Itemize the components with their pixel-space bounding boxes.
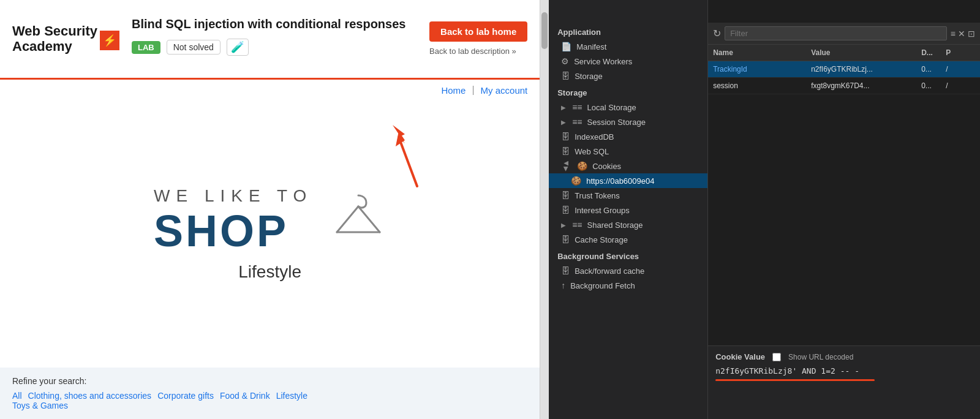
show-url-checkbox[interactable] [772,353,781,361]
cookie-row-tracking[interactable]: TrackingId n2fI6yGTKRibLzj... 0... / [708,61,980,78]
filter-tags: AllClothing, shoes and accessoriesCorpor… [12,391,527,401]
logo-icon: ⚡ [100,31,119,50]
logo-area: Web Security Academy ⚡ [12,24,119,53]
manifest-label: Manifest [576,42,606,51]
hanger-icon [331,189,386,253]
web-sql-label: Web SQL [575,147,609,156]
cookie-table: Name Value D... P TrackingId n2fI6yGTKRi… [708,45,980,345]
cookie-table-header: Name Value D... P [708,45,980,61]
web-sql-icon: 🗄 [561,146,570,156]
lab-badge-row: LAB Not solved 🧪 [132,39,417,56]
trust-tokens-icon: 🗄 [561,191,570,200]
devtools-wrapper: ElementsConsoleSourcesNetworkApplication… [549,0,980,419]
cookies-expand: ▶ [563,161,570,171]
tracking-name: TrackingId [708,64,806,75]
service-workers-label: Service Workers [574,57,632,66]
manifest-icon: 📄 [561,42,571,51]
home-link[interactable]: Home [441,85,466,96]
manifest-item[interactable]: 📄 Manifest [549,39,707,54]
site-nav: Home | My account [0,80,540,100]
refine-area: Refine your search: AllClothing, shoes a… [0,368,540,419]
shared-storage-item[interactable]: ≡≡ Shared Storage [549,217,707,232]
local-storage-icon: ≡≡ [572,102,582,112]
cookie-row-session[interactable]: session fxgt8vgmK67D4... 0... / [708,78,980,94]
tracking-value: n2fI6yGTKRibLzj... [806,64,916,75]
shared-storage-label: Shared Storage [587,221,643,230]
filter-tag[interactable]: Lifestyle [276,391,307,401]
category-label: Lifestyle [238,262,301,282]
service-workers-item[interactable]: ⚙ Service Workers [549,54,707,69]
indexed-db-label: IndexedDB [575,132,614,142]
cookies-label: Cookies [592,162,621,171]
filter-expand-icon[interactable]: ⊡ [968,29,975,39]
session-value: fxgt8vgmK67D4... [806,80,916,91]
session-storage-item[interactable]: ≡≡ Session Storage [549,115,707,129]
application-section-header: Application [549,23,707,39]
trust-tokens-label: Trust Tokens [575,191,620,200]
refine-label: Refine your search: [12,376,527,386]
filter-tag[interactable]: Clothing, shoes and accessories [28,391,152,401]
more-tags: Toys & Games [12,401,527,410]
cookie-value-label: Cookie Value [715,352,765,361]
filter-close-icon[interactable]: ✕ [958,29,965,39]
interest-groups-label: Interest Groups [575,206,630,215]
cookies-url-icon: 🍪 [571,176,581,186]
tracking-d: 0... [916,64,941,75]
refresh-icon[interactable]: ↻ [713,28,721,39]
local-storage-label: Local Storage [587,103,636,112]
back-to-lab-button[interactable]: Back to lab home [429,21,527,42]
cookies-icon: 🍪 [577,161,587,171]
hero-text: WE LIKE TO SHOP [154,186,386,256]
site-header: Web Security Academy ⚡ Blind SQL injecti… [0,0,540,80]
cookies-url-item[interactable]: 🍪 https://0ab6009e04 [549,173,707,188]
indexed-db-icon: 🗄 [561,132,570,142]
devtools-main: ↻ ≡ ✕ ⊡ Name Value D... P TrackingId n2f… [708,0,980,419]
svg-line-0 [337,206,358,232]
we-like-to: WE LIKE TO [154,186,312,206]
shop-word: SHOP [154,206,312,256]
filter-menu-icon[interactable]: ≡ [951,29,956,39]
filter-bar: ↻ ≡ ✕ ⊡ [708,23,980,45]
cache-storage-item[interactable]: 🗄 Cache Storage [549,232,707,247]
devtools-sidebar[interactable]: Application 📄 Manifest ⚙ Service Workers… [549,0,708,419]
lab-info: Blind SQL injection with conditional res… [132,17,417,61]
session-storage-label: Session Storage [587,118,646,127]
storage-item[interactable]: 🗄 Storage [549,69,707,83]
cache-storage-label: Cache Storage [575,235,628,244]
interest-groups-icon: 🗄 [561,205,570,215]
flask-icon: 🧪 [227,39,249,56]
logo-row: Web Security Academy ⚡ [12,24,119,53]
service-workers-icon: ⚙ [561,56,569,66]
trust-tokens-item[interactable]: 🗄 Trust Tokens [549,188,707,203]
background-fetch-label: Background Fetch [570,281,635,290]
cache-storage-icon: 🗄 [561,235,570,244]
filter-input[interactable] [725,26,947,40]
web-sql-item[interactable]: 🗄 Web SQL [549,144,707,159]
back-forward-label: Back/forward cache [575,266,644,276]
shop-text-group: WE LIKE TO SHOP [154,186,312,256]
shared-storage-expand [561,222,566,228]
shared-storage-icon: ≡≡ [572,220,582,230]
back-desc: Back to lab description » [429,47,516,56]
background-fetch-item[interactable]: ↑ Background Fetch [549,278,707,293]
scroll-bar[interactable] [540,0,549,419]
local-storage-expand [561,104,566,111]
interest-groups-item[interactable]: 🗄 Interest Groups [549,203,707,217]
cookies-item[interactable]: ▶ 🍪 Cookies [549,159,707,173]
my-account-link[interactable]: My account [481,85,528,96]
filter-tag[interactable]: Corporate gifts [157,391,214,401]
filter-tag-more[interactable]: Toys & Games [12,401,527,410]
local-storage-item[interactable]: ≡≡ Local Storage [549,100,707,115]
back-forward-cache-item[interactable]: 🗄 Back/forward cache [549,263,707,278]
col-r: P [941,47,959,58]
svg-line-1 [358,206,380,232]
filter-icons: ≡ ✕ ⊡ [951,29,975,39]
filter-tag[interactable]: All [12,391,22,401]
indexed-db-item[interactable]: 🗄 IndexedDB [549,129,707,144]
scroll-thumb [541,12,548,49]
cookies-url-label: https://0ab6009e04 [586,176,654,186]
lab-status: Not solved [167,40,221,55]
filter-tag[interactable]: Food & Drink [220,391,270,401]
cookie-value-panel: Cookie Value Show URL decoded n2fI6yGTKR… [708,345,980,419]
session-storage-icon: ≡≡ [572,117,582,127]
